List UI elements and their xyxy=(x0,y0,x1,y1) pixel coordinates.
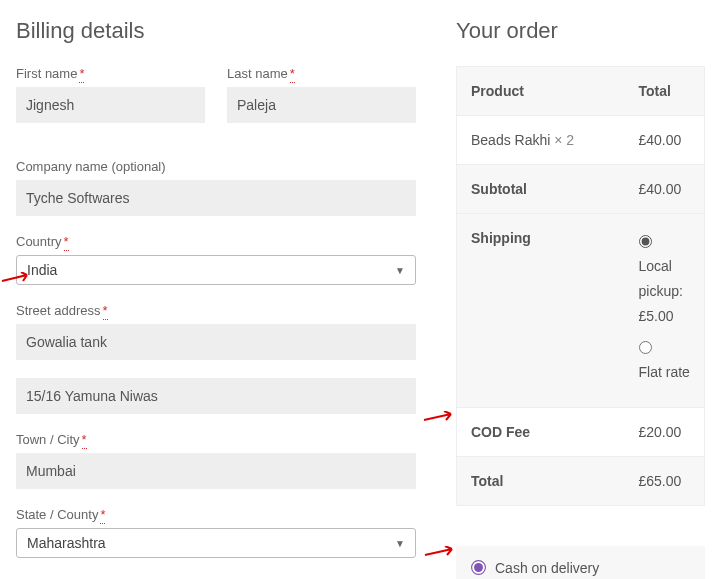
payment-cod-radio[interactable] xyxy=(471,560,486,575)
payment-cod-label: Cash on delivery xyxy=(495,560,599,576)
cod-fee-label: COD Fee xyxy=(457,407,625,456)
billing-title: Billing details xyxy=(16,18,416,44)
line-item-total: £40.00 xyxy=(625,116,705,165)
company-label: Company name (optional) xyxy=(16,159,416,174)
state-label: State / County* xyxy=(16,507,416,522)
shipping-flat-rate-radio[interactable] xyxy=(639,341,652,354)
order-title: Your order xyxy=(456,18,705,44)
company-input[interactable] xyxy=(16,180,416,216)
subtotal-value: £40.00 xyxy=(625,165,705,214)
subtotal-label: Subtotal xyxy=(457,165,625,214)
shipping-label: Shipping xyxy=(457,214,625,408)
chevron-down-icon: ▼ xyxy=(395,265,405,276)
required-icon: * xyxy=(103,303,108,320)
order-summary-table: Product Total Beads Rakhi × 2 £40.00 Sub… xyxy=(456,66,705,506)
required-icon: * xyxy=(100,507,105,524)
required-icon: * xyxy=(290,66,295,83)
required-icon: * xyxy=(82,432,87,449)
line-item: Beads Rakhi × 2 xyxy=(457,116,625,165)
last-name-input[interactable] xyxy=(227,87,416,123)
city-label: Town / City* xyxy=(16,432,416,447)
first-name-input[interactable] xyxy=(16,87,205,123)
shipping-flat-rate-label: Flat rate xyxy=(639,360,690,385)
first-name-label: First name* xyxy=(16,66,205,81)
chevron-down-icon: ▼ xyxy=(395,538,405,549)
col-total: Total xyxy=(625,67,705,116)
street-address-2-input[interactable] xyxy=(16,378,416,414)
country-label: Country* xyxy=(16,234,416,249)
required-icon: * xyxy=(64,234,69,251)
country-select[interactable]: India ▼ xyxy=(16,255,416,285)
city-input[interactable] xyxy=(16,453,416,489)
street-address-1-input[interactable] xyxy=(16,324,416,360)
shipping-local-pickup-radio[interactable] xyxy=(639,235,652,248)
required-icon: * xyxy=(79,66,84,83)
cod-fee-value: £20.00 xyxy=(625,407,705,456)
col-product: Product xyxy=(457,67,625,116)
shipping-local-pickup-label: Local pickup: £5.00 xyxy=(639,254,691,330)
total-value: £65.00 xyxy=(625,456,705,505)
street-label: Street address* xyxy=(16,303,416,318)
state-select[interactable]: Maharashtra ▼ xyxy=(16,528,416,558)
last-name-label: Last name* xyxy=(227,66,416,81)
total-label: Total xyxy=(457,456,625,505)
